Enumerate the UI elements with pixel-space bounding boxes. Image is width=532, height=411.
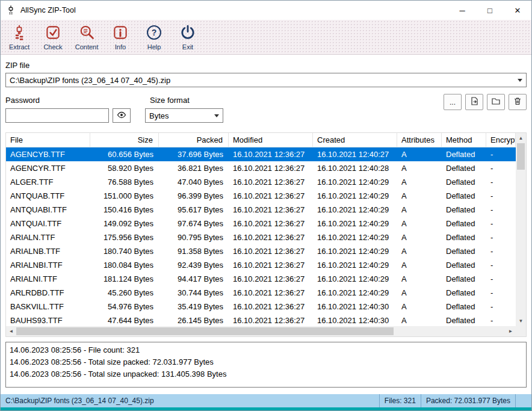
window-bottom-strip [1, 407, 531, 410]
column-header-packed[interactable]: Packed [159, 133, 229, 147]
cell-size: 60.656 Bytes [90, 147, 159, 161]
table-row[interactable]: BASKVILL.TTF54.976 Bytes35.419 Bytes16.1… [6, 300, 516, 314]
cell-modified: 16.10.2021 12:36:27 [229, 147, 313, 161]
scroll-down-icon[interactable]: ▼ [516, 316, 526, 326]
cell-file: ANTQUAI.TTF [6, 217, 90, 230]
open-archive-button[interactable] [465, 94, 483, 110]
table-row[interactable]: ARLRDBD.TTF45.260 Bytes30.744 Bytes16.10… [6, 286, 516, 300]
browse-button[interactable]: ... [444, 94, 462, 110]
table-row[interactable]: AGENCYB.TTF60.656 Bytes37.696 Bytes16.10… [6, 147, 516, 161]
cell-file: AGENCYB.TTF [6, 147, 90, 161]
cell-packed: 92.439 Bytes [159, 258, 229, 272]
cell-modified: 16.10.2021 12:36:27 [229, 300, 313, 314]
cell-modified: 16.10.2021 12:36:27 [229, 258, 313, 272]
cell-modified: 16.10.2021 12:36:27 [229, 161, 313, 175]
table-row[interactable]: ARIALN.TTF175.956 Bytes90.795 Bytes16.10… [6, 230, 516, 244]
password-size-row: Password Size format Bytes [5, 96, 527, 123]
zip-file-dropdown-button[interactable] [514, 73, 526, 87]
zip-file-label: ZIP file [5, 61, 527, 70]
cell-attributes: A [397, 314, 442, 327]
cell-modified: 16.10.2021 12:36:27 [229, 244, 313, 258]
cell-created: 16.10.2021 12:40:29 [313, 189, 397, 203]
cell-size: 175.956 Bytes [90, 230, 159, 244]
cell-created: 16.10.2021 12:40:29 [313, 175, 397, 189]
cell-packed: 96.399 Bytes [159, 189, 229, 203]
content-label: Content [75, 43, 99, 51]
content-button[interactable]: Content [70, 22, 103, 53]
column-header-method[interactable]: Method [442, 133, 486, 147]
help-button[interactable]: ? Help [138, 22, 170, 53]
cell-modified: 16.10.2021 12:36:27 [229, 272, 313, 286]
table-row[interactable]: ALGER.TTF76.588 Bytes47.040 Bytes16.10.2… [6, 175, 516, 189]
scroll-right-icon[interactable]: ► [506, 326, 516, 336]
cell-attributes: A [397, 230, 442, 244]
show-password-button[interactable] [113, 108, 131, 123]
vertical-scrollbar[interactable]: ▲ ▼ [516, 133, 526, 326]
main-content: ZIP file C:\Backup\ZIP fonts (23_06_14 0… [1, 55, 531, 394]
check-button[interactable]: Check [37, 22, 69, 53]
table-row[interactable]: AGENCYR.TTF58.920 Bytes36.821 Bytes16.10… [6, 161, 516, 175]
cell-encrypted: - [486, 314, 516, 327]
column-header-created[interactable]: Created [313, 133, 397, 147]
cell-packed: 36.821 Bytes [159, 161, 229, 175]
column-header-attributes[interactable]: Attributes [397, 133, 442, 147]
delete-archive-button[interactable] [509, 94, 527, 110]
column-header-size[interactable]: Size [90, 133, 159, 147]
cell-attributes: A [397, 258, 442, 272]
cell-packed: 95.617 Bytes [159, 203, 229, 217]
cell-attributes: A [397, 147, 442, 161]
cell-packed: 30.744 Bytes [159, 286, 229, 300]
info-button[interactable]: Info [104, 22, 137, 53]
close-button[interactable]: ✕ [504, 1, 531, 20]
horizontal-scroll-thumb[interactable] [16, 327, 394, 335]
cell-attributes: A [397, 203, 442, 217]
open-folder-button[interactable] [487, 94, 505, 110]
horizontal-scroll-track[interactable] [394, 326, 506, 336]
magnifier-icon [78, 24, 95, 43]
scrollbar-corner [516, 326, 526, 336]
horizontal-scrollbar[interactable]: ◄ ► [6, 326, 516, 336]
size-format-select[interactable]: Bytes [145, 108, 223, 123]
status-path: C:\Backup\ZIP fonts (23_06_14 07_40_45).… [1, 394, 380, 407]
table-row[interactable]: ANTQUABI.TTF150.416 Bytes95.617 Bytes16.… [6, 203, 516, 217]
file-run-icon [469, 96, 479, 108]
cell-method: Deflated [442, 244, 486, 258]
zip-file-combobox[interactable]: C:\Backup\ZIP fonts (23_06_14 07_40_45).… [5, 73, 527, 87]
minimize-button[interactable]: ─ [448, 1, 476, 20]
cell-attributes: A [397, 189, 442, 203]
scroll-left-icon[interactable]: ◄ [6, 326, 16, 336]
column-header-encrypted[interactable]: Encrypt [486, 133, 516, 147]
vertical-scroll-thumb[interactable] [517, 143, 525, 170]
cell-created: 16.10.2021 12:40:29 [313, 217, 397, 230]
exit-label: Exit [182, 43, 193, 51]
column-header-file[interactable]: File [6, 133, 90, 147]
password-input[interactable] [5, 108, 109, 123]
table-row[interactable]: ARIALNI.TTF181.124 Bytes94.417 Bytes16.1… [6, 272, 516, 286]
log-line: 14.06.2023 08:25:56 - File count: 321 [10, 344, 522, 356]
table-header: File Size Packed Modified Created Attrib… [6, 133, 516, 147]
table-row[interactable]: ANTQUAI.TTF149.092 Bytes97.674 Bytes16.1… [6, 217, 516, 230]
maximize-button[interactable]: □ [476, 1, 504, 20]
size-format-label: Size format [150, 96, 190, 105]
cell-encrypted: - [486, 244, 516, 258]
cell-encrypted: - [486, 189, 516, 203]
cell-created: 16.10.2021 12:40:29 [313, 230, 397, 244]
table-row[interactable]: ANTQUAB.TTF151.000 Bytes96.399 Bytes16.1… [6, 189, 516, 203]
exit-button[interactable]: Exit [172, 22, 204, 53]
cell-encrypted: - [486, 217, 516, 230]
scroll-up-icon[interactable]: ▲ [516, 133, 526, 143]
vertical-scroll-track[interactable] [516, 170, 526, 316]
table-row[interactable]: ARIALNB.TTF180.740 Bytes91.358 Bytes16.1… [6, 244, 516, 258]
cell-method: Deflated [442, 286, 486, 300]
cell-file: ALGER.TTF [6, 175, 90, 189]
cell-created: 16.10.2021 12:40:29 [313, 244, 397, 258]
extract-button[interactable]: Extract [3, 22, 36, 53]
cell-created: 16.10.2021 12:40:29 [313, 286, 397, 300]
table-row[interactable]: ARIALNBI.TTF180.084 Bytes92.439 Bytes16.… [6, 258, 516, 272]
size-format-dropdown-button[interactable] [211, 109, 223, 122]
cell-file: ARIALNI.TTF [6, 272, 90, 286]
cell-file: AGENCYR.TTF [6, 161, 90, 175]
column-header-modified[interactable]: Modified [229, 133, 313, 147]
table-row[interactable]: BAUHS93.TTF47.644 Bytes26.145 Bytes16.10… [6, 314, 516, 327]
info-label: Info [115, 43, 126, 51]
